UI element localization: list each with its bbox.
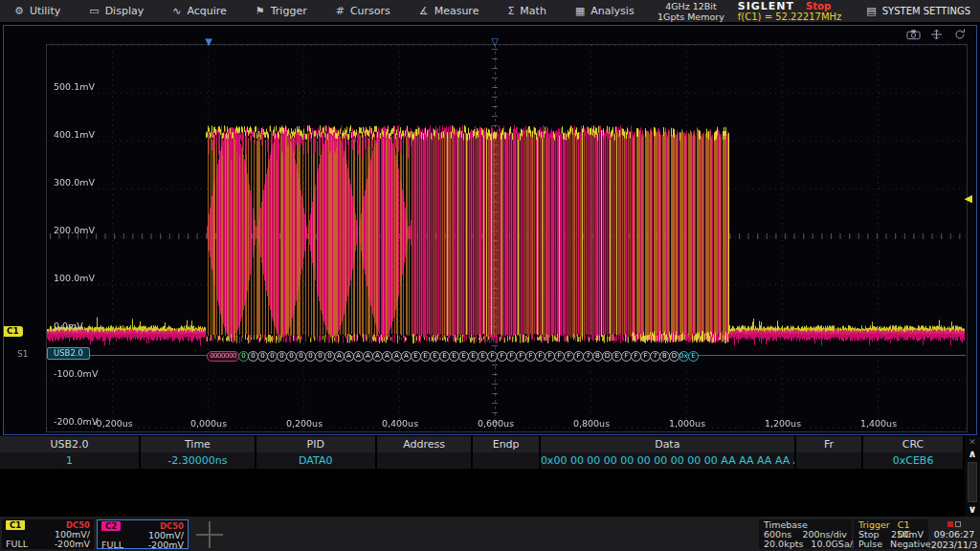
specs-bandwidth: 4GHz 12Bit [657, 1, 724, 11]
menu-item-label: Trigger [271, 5, 307, 17]
scope-specs: 4GHz 12Bit 1Gpts Memory [657, 1, 738, 22]
table-cell [795, 452, 862, 469]
table-cell: DATA0 [256, 452, 376, 469]
voltage-tick-label: 400.1mV [54, 129, 95, 140]
menu-item-analysis[interactable]: ▦Analysis [561, 0, 649, 22]
system-settings-button[interactable]: ▤ SYSTEM SETTINGS [853, 0, 980, 22]
channel-badge: C2 [101, 521, 121, 531]
menu-bar: ⚙Utility▭Display∿Acquire⚑Trigger#Cursors… [0, 0, 980, 23]
channel-bandwidth: FULL [6, 540, 28, 549]
channel-bandwidth: FULL [101, 540, 123, 550]
menu-item-acquire[interactable]: ∿Acquire [158, 0, 241, 22]
status-cluster: 4GHz 12Bit 1Gpts Memory SIGLENT Stop f(C… [657, 0, 980, 22]
table-header-row: USB2.0TimePIDAddressEndpDataFrCRCError [0, 436, 964, 452]
time-tick-label: 0,200us [286, 418, 323, 429]
brand-logo: SIGLENT [738, 1, 794, 11]
voltage-tick-label: 200.0mV [54, 225, 95, 235]
table-scrollbar: ✕ ∧ ∨ [965, 436, 980, 517]
lan-icon [947, 521, 961, 527]
rotate-icon[interactable] [952, 29, 967, 40]
table-cell: -2.30000ns [140, 452, 256, 469]
table-cell: 1 [0, 452, 140, 469]
channel-offset: -200mV [55, 540, 90, 549]
clock-date: 2023/11/3 [930, 540, 978, 550]
decode-crc-byte: E [688, 351, 699, 362]
table-column-header: Time [140, 436, 256, 452]
plot-toolbar [906, 29, 967, 40]
channel-box-c2[interactable]: C2DC50100mV/FULL-200mV [97, 519, 189, 549]
menu-item-cursors[interactable]: #Cursors [322, 0, 405, 22]
table-cell [376, 452, 473, 469]
time-tick-label: 0,800us [573, 418, 610, 429]
table-column-header: Fr [795, 436, 862, 452]
time-tick-label: 1,200us [765, 418, 801, 429]
menu-item-label: Acquire [187, 5, 226, 17]
menu-item-label: Measure [434, 5, 479, 17]
decode-bubbles-row: 00000000000000000AAAAAAAAEEEEEEEEFFFFFFF… [207, 350, 731, 362]
table-column-header: Endp [472, 436, 539, 452]
waveform-canvas [4, 26, 976, 434]
camera-icon[interactable] [906, 29, 921, 40]
bus-protocol-badge[interactable]: USB2.0 [47, 347, 90, 360]
voltage-tick-label: 0.0mV [54, 320, 83, 331]
system-settings-label: SYSTEM SETTINGS [882, 6, 970, 16]
timebase-box[interactable]: Timebase 600ns 200ns/div 20.0kpts 10.0GS… [759, 519, 852, 549]
add-channel-button[interactable] [196, 521, 223, 548]
menu-item-math[interactable]: ΣMath [493, 0, 560, 22]
scroll-up-icon[interactable]: ∧ [969, 448, 977, 461]
table-column-header: Address [376, 436, 473, 452]
horizontal-reference-marker[interactable]: ▽ [491, 37, 499, 47]
time-tick-label: -0,200us [93, 418, 133, 429]
trigger-icon: ⚑ [256, 6, 265, 16]
table-cell: 0xCEB6 [862, 452, 964, 469]
menu-item-label: Analysis [590, 5, 634, 17]
trigger-level-marker[interactable]: ◀ [965, 193, 972, 204]
trigger-slope: Negative [890, 540, 931, 549]
analysis-icon: ▦ [575, 6, 585, 16]
math-icon: Σ [507, 6, 514, 16]
menu-item-trigger[interactable]: ⚑Trigger [241, 0, 322, 22]
bottom-status-bar: C1DC50100mV/FULL-200mVC2DC50100mV/FULL-2… [0, 517, 980, 551]
table-column-header: USB2.0 [0, 436, 140, 452]
table-cell [472, 452, 539, 469]
menu-item-utility[interactable]: ⚙Utility [0, 0, 75, 22]
clock-time: 09:06:27 [930, 529, 978, 540]
timebase-points: 20.0kpts [764, 540, 803, 549]
voltage-tick-label: 500.1mV [54, 81, 95, 92]
trigger-box[interactable]: Trigger C1 DC Stop 250mV Pulse Negative [854, 519, 928, 549]
voltage-tick-label: -200.0mV [54, 416, 98, 427]
scroll-down-icon[interactable]: ∨ [969, 503, 977, 517]
menu-item-display[interactable]: ▭Display [75, 0, 158, 22]
close-icon[interactable]: ✕ [969, 436, 976, 448]
table-column-header: CRC [862, 436, 964, 452]
crosshair-icon[interactable] [929, 29, 944, 40]
acquisition-status: Stop [806, 1, 831, 11]
trigger-delay-marker[interactable]: ▼ [205, 37, 212, 47]
time-tick-label: 1,400us [860, 418, 897, 429]
serial-bus-marker: S1 [17, 349, 28, 359]
acquire-icon: ∿ [172, 6, 181, 16]
trigger-type: Pulse [858, 540, 882, 549]
voltage-tick-label: 300.0mV [54, 177, 95, 187]
clock-box[interactable]: 09:06:27 2023/11/3 [930, 518, 978, 550]
decode-sync-field: 0000000 [207, 351, 239, 362]
time-tick-label: 0,000us [190, 418, 227, 429]
utility-icon: ⚙ [14, 6, 24, 16]
measure-icon: ∡ [419, 6, 429, 16]
menu-item-label: Display [105, 5, 145, 17]
channel-badge: C1 [6, 520, 25, 530]
channel-box-c1[interactable]: C1DC50100mV/FULL-200mV [2, 519, 94, 549]
table-row[interactable]: 1-2.30000nsDATA00x00 00 00 00 00 00 00 0… [0, 452, 964, 469]
display-icon: ▭ [89, 6, 99, 16]
menu-item-label: Utility [30, 5, 60, 17]
table-column-header: PID [256, 436, 376, 452]
menu-item-label: Math [520, 5, 546, 17]
channel-offset: -200mV [148, 540, 184, 550]
table-cell: 0x00 00 00 00 00 00 00 00 00 00 AA AA AA… [540, 452, 795, 469]
menu-item-measure[interactable]: ∡Measure [405, 0, 494, 22]
system-settings-icon: ▤ [866, 5, 876, 17]
frequency-counter: f(C1) = 52.22217MHz [738, 11, 842, 22]
scrollbar-track[interactable] [968, 462, 977, 502]
channel-offset-marker[interactable]: C1 [4, 326, 23, 337]
voltage-tick-label: 100.0mV [54, 273, 95, 283]
